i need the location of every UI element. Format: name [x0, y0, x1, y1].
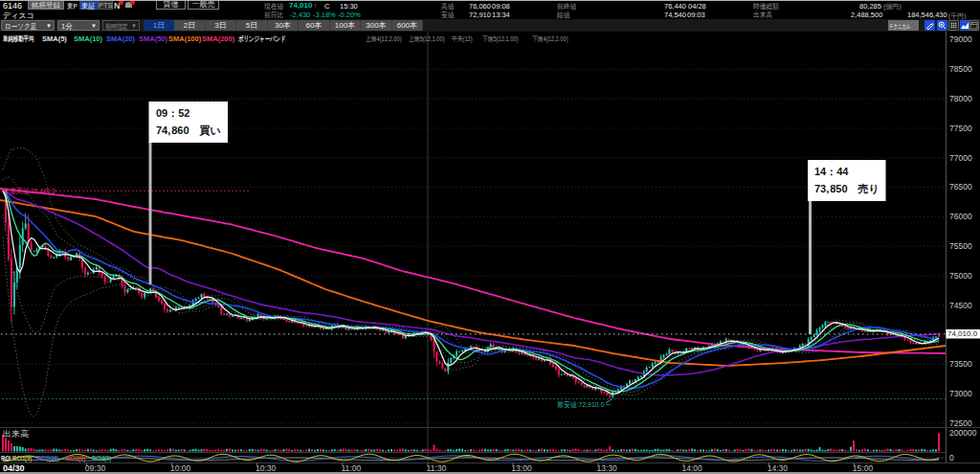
svg-text:04/30: 04/30 [3, 463, 25, 473]
svg-text:76500: 76500 [949, 182, 972, 192]
svg-text:73, 850 売り: 73, 850 売り [814, 183, 880, 195]
svg-text:09：52: 09：52 [156, 107, 189, 119]
svg-text:73500: 73500 [949, 359, 972, 369]
svg-text:72500: 72500 [949, 418, 972, 428]
svg-text:09:30: 09:30 [85, 463, 106, 473]
svg-text:74, 860 買い: 74, 860 買い [156, 124, 221, 137]
svg-text:200000: 200000 [949, 428, 977, 438]
svg-text:73000: 73000 [949, 389, 972, 398]
svg-text:76000: 76000 [949, 212, 972, 221]
svg-text:77000: 77000 [949, 153, 972, 163]
svg-text:11:00: 11:00 [341, 463, 361, 473]
svg-text:0: 0 [949, 453, 954, 463]
svg-text:14:30: 14:30 [768, 463, 789, 473]
svg-text:14：44: 14：44 [814, 166, 849, 177]
svg-text:13:30: 13:30 [596, 463, 617, 473]
svg-text:78000: 78000 [949, 94, 972, 103]
svg-text:75000: 75000 [949, 271, 972, 281]
svg-text:15:00: 15:00 [853, 463, 874, 473]
svg-text:◀ 最高値:76,440.0: ◀ 最高値:76,440.0 [2, 188, 56, 194]
svg-text:出来高: 出来高 [3, 429, 29, 439]
svg-text:74500: 74500 [949, 301, 972, 310]
svg-text:78500: 78500 [949, 64, 972, 74]
svg-text:最安値:72,910.0 ─: 最安値:72,910.0 ─ [557, 400, 612, 409]
svg-text:77500: 77500 [949, 124, 972, 133]
svg-text:79000: 79000 [949, 34, 972, 44]
svg-text:74,010.0: 74,010.0 [947, 329, 978, 338]
svg-text:10:00: 10:00 [170, 463, 191, 473]
svg-text:10:30: 10:30 [256, 463, 277, 473]
svg-text:13:00: 13:00 [511, 463, 532, 473]
svg-text:11:30: 11:30 [427, 463, 447, 473]
svg-text:14:00: 14:00 [682, 463, 703, 473]
svg-text:75500: 75500 [949, 241, 972, 251]
